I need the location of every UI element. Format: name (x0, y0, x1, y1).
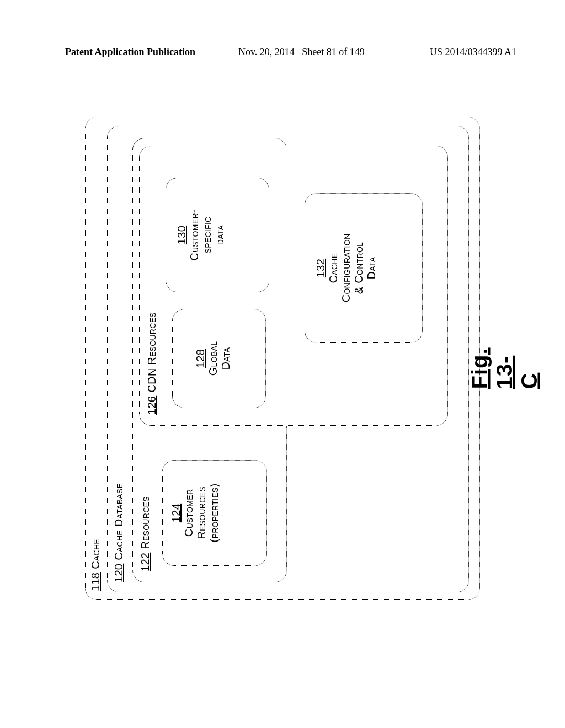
refnum-130: 130 (175, 226, 188, 244)
refnum-118: 118 (89, 572, 102, 591)
figure-caption-number: 13-C (492, 356, 541, 389)
text-resources: Resources (139, 496, 151, 549)
page-header: Patent Application Publication Nov. 20, … (0, 46, 565, 63)
figure-caption-wrap: Fig. 13-C (488, 352, 521, 385)
diagram-rotated: 118 Cache 120 Cache Database 122 Resourc… (84, 116, 481, 601)
text-customer: Customer (183, 460, 195, 566)
text-data-2: data (214, 178, 226, 292)
label-global-data: 128 Global Data (194, 309, 232, 408)
text-global: Global (207, 309, 220, 408)
text-configuration: Configuration (340, 193, 353, 343)
header-mid: Nov. 20, 2014 Sheet 81 of 149 (238, 46, 365, 58)
text-cache: Cache (89, 539, 102, 569)
refnum-120: 120 (113, 564, 125, 582)
label-cache: 118 Cache (89, 539, 102, 591)
refnum-122: 122 (139, 553, 151, 571)
text-and-control: & Control (353, 193, 365, 343)
figure-caption-prefix: Fig. (467, 347, 492, 389)
label-customer-resources: 124 Customer Resources (properties) (170, 460, 221, 566)
refnum-126: 126 (146, 396, 158, 415)
text-data-1: Data (220, 309, 232, 408)
text-customer-hyph: Customer- (188, 178, 201, 292)
label-resources: 122 Resources (139, 496, 152, 571)
label-customer-specific-data: 130 Customer- specific data (175, 178, 226, 292)
refnum-128: 128 (194, 349, 206, 368)
text-specific: specific (201, 178, 214, 292)
page: Patent Application Publication Nov. 20, … (0, 0, 565, 728)
text-cache-2: Cache (327, 193, 340, 343)
diagram-canvas: 118 Cache 120 Cache Database 122 Resourc… (84, 116, 481, 601)
refnum-124: 124 (170, 504, 182, 522)
label-cdn-resources: 126 CDN Resources (146, 312, 158, 415)
text-properties: (properties) (208, 460, 221, 566)
figure-caption: Fig. 13-C (467, 347, 542, 389)
header-sheet: Sheet 81 of 149 (302, 46, 364, 57)
text-cache-database: Cache Database (113, 483, 125, 560)
header-left: Patent Application Publication (65, 46, 195, 58)
refnum-132: 132 (315, 259, 327, 277)
text-cdn-resources: CDN Resources (146, 312, 158, 393)
header-right: US 2014/0344399 A1 (430, 46, 516, 58)
text-resources-2: Resources (195, 460, 208, 566)
label-cache-config-control: 132 Cache Configuration & Control Data (315, 193, 378, 343)
label-cache-database: 120 Cache Database (113, 483, 125, 582)
text-data-3: Data (365, 193, 378, 343)
header-date: Nov. 20, 2014 (238, 46, 295, 57)
